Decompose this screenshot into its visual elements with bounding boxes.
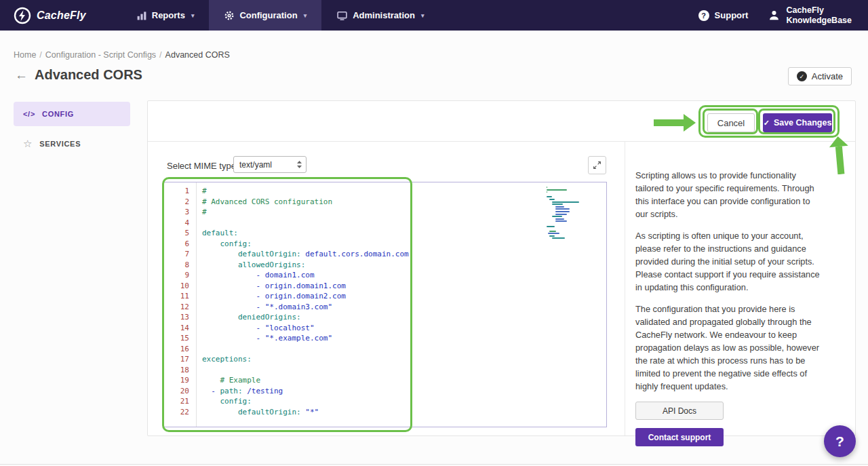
code-line: # Example <box>202 375 606 386</box>
line-number: 13 <box>164 312 189 323</box>
nav-administration-label: Administration <box>353 10 415 20</box>
minimap-line <box>548 233 559 234</box>
minimap-line <box>555 220 568 222</box>
info-paragraph: The configuration that you provide here … <box>635 303 823 393</box>
sidebar-item-services[interactable]: ☆ SERVICES <box>14 132 130 156</box>
line-number: 19 <box>164 375 189 386</box>
star-icon: ☆ <box>23 138 33 150</box>
minimap-line <box>549 199 554 200</box>
code-icon: </> <box>23 110 35 118</box>
select-arrows-icon <box>297 161 302 168</box>
activate-button[interactable]: ✓ Activate <box>788 67 852 85</box>
nav-reports[interactable]: Reports ▾ <box>121 0 210 31</box>
minimap-line <box>547 226 555 227</box>
line-number: 9 <box>164 270 189 281</box>
nav-right: ? Support CacheFly KnowledgeBase <box>698 5 852 26</box>
account-name-line1: CacheFly <box>786 5 852 16</box>
config-card: Cancel ✓ Save Changes Select MIME type t… <box>147 100 856 436</box>
page-title: Advanced CORS <box>35 67 142 83</box>
line-number: 20 <box>164 386 189 397</box>
code-line: - domain1.com <box>202 270 606 281</box>
nav-reports-label: Reports <box>152 10 185 20</box>
account-name-line2: KnowledgeBase <box>786 16 852 26</box>
minimap-line <box>555 218 565 220</box>
code-line: config: <box>202 396 606 407</box>
line-number: 22 <box>164 407 189 418</box>
help-fab-label: ? <box>835 433 844 450</box>
cachefly-logo-icon <box>14 7 31 24</box>
breadcrumb-item[interactable]: Home <box>14 50 36 60</box>
chevron-down-icon: ▾ <box>191 12 195 19</box>
toolbar-divider <box>148 141 855 142</box>
line-number: 3 <box>164 207 189 218</box>
expand-editor-button[interactable] <box>588 156 606 174</box>
check-icon: ✓ <box>764 119 770 128</box>
help-fab-button[interactable]: ? <box>824 425 856 457</box>
user-icon <box>768 9 780 21</box>
line-number: 16 <box>164 344 189 355</box>
minimap-line <box>547 189 567 191</box>
check-circle-icon: ✓ <box>797 71 807 81</box>
save-changes-button[interactable]: ✓ Save Changes <box>763 113 832 132</box>
account-menu[interactable]: CacheFly KnowledgeBase <box>768 5 852 26</box>
nav-configuration[interactable]: Configuration ▾ <box>209 0 321 31</box>
line-number: 8 <box>164 260 189 271</box>
activate-label: Activate <box>812 71 843 81</box>
minimap-line <box>555 214 568 215</box>
line-number: 21 <box>164 396 189 407</box>
code-line: - origin.domain1.com <box>202 281 606 292</box>
line-number: 7 <box>164 249 189 260</box>
code-line: exceptions: <box>202 354 606 365</box>
line-number: 18 <box>164 365 189 376</box>
editor-gutter: 12345678910111213141516171819202122 <box>164 182 197 427</box>
info-paragraph: As scripting is often unique to your acc… <box>635 229 823 294</box>
nav-support[interactable]: ? Support <box>698 10 749 21</box>
breadcrumb-separator: / <box>159 50 161 60</box>
line-number: 10 <box>164 281 189 292</box>
minimap-line <box>547 191 547 193</box>
minimap-line <box>547 196 552 197</box>
code-line: - "*.domain3.com" <box>202 302 606 313</box>
sidebar: </> CONFIG ☆ SERVICES <box>14 102 130 161</box>
nav-configuration-label: Configuration <box>239 10 297 20</box>
code-editor[interactable]: 12345678910111213141516171819202122 ## A… <box>163 182 607 427</box>
cancel-button[interactable]: Cancel <box>707 113 755 132</box>
chevron-down-icon: ▾ <box>421 12 425 19</box>
minimap-line <box>555 208 570 210</box>
breadcrumb-separator: / <box>39 50 41 60</box>
code-line: # <box>202 186 606 197</box>
breadcrumb: Home/Configuration - Script Configs/Adva… <box>14 50 230 60</box>
line-number: 14 <box>164 323 189 334</box>
mime-type-label: Select MIME type <box>167 161 236 171</box>
minimap-line <box>547 187 547 188</box>
nav-administration[interactable]: Administration ▾ <box>321 0 439 31</box>
line-number: 17 <box>164 354 189 365</box>
mime-type-select[interactable]: text/yaml <box>233 156 307 173</box>
title-row: ← Advanced CORS <box>15 67 142 83</box>
breadcrumb-item: Advanced CORS <box>165 50 230 60</box>
nav-support-label: Support <box>715 10 749 20</box>
api-docs-button[interactable]: API Docs <box>635 402 724 420</box>
breadcrumb-item[interactable]: Configuration - Script Configs <box>45 50 156 60</box>
cachefly-logo[interactable]: CacheFly <box>14 7 86 24</box>
minimap-line <box>555 206 565 208</box>
code-line: # <box>202 207 606 218</box>
top-navbar: CacheFly Reports ▾ Configuration ▾ <box>0 0 868 31</box>
monitor-icon <box>336 10 348 21</box>
info-paragraph: Scripting allows us to provide functiona… <box>635 169 823 220</box>
code-line: defaultOrigin: "*" <box>202 407 606 418</box>
help-icon: ? <box>698 10 709 21</box>
minimap-line <box>555 211 570 212</box>
account-name: CacheFly KnowledgeBase <box>786 5 852 26</box>
line-number: 5 <box>164 228 189 239</box>
panel-divider <box>625 141 625 435</box>
line-number: 12 <box>164 302 189 313</box>
sidebar-item-config[interactable]: </> CONFIG <box>14 102 130 126</box>
minimap-line <box>549 231 555 232</box>
back-arrow-icon[interactable]: ← <box>15 69 28 81</box>
page: CacheFly Reports ▾ Configuration ▾ <box>0 0 868 466</box>
line-number: 11 <box>164 291 189 302</box>
editor-minimap <box>547 187 580 240</box>
contact-support-button[interactable]: Contact support <box>635 428 724 446</box>
line-number: 1 <box>164 186 189 197</box>
